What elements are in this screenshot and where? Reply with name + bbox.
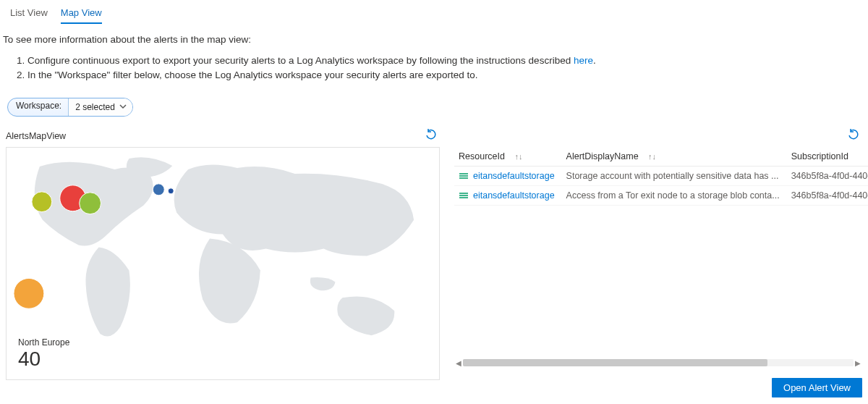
open-alert-view-button[interactable]: Open Alert View (772, 378, 862, 397)
table-undo-button[interactable] (845, 129, 862, 143)
alerts-table: ResourceId ↑↓ AlertDisplayName ↑↓ Subscr… (454, 147, 868, 206)
header-resourceid[interactable]: ResourceId ↑↓ (454, 147, 562, 167)
map-svg (7, 148, 439, 380)
bubble-north-europe[interactable] (153, 184, 164, 195)
svg-rect-5 (459, 197, 468, 198)
workspace-filter-value: 2 selected (69, 98, 132, 116)
table-header-row: ResourceId ↑↓ AlertDisplayName ↑↓ Subscr… (454, 147, 868, 167)
filter-row: Workspace: 2 selected (0, 88, 868, 121)
header-subscriptionid-label: SubscriptionId (791, 151, 848, 161)
step-1-text-a: 1. Configure continuous export to export… (17, 55, 574, 66)
svg-rect-3 (459, 193, 468, 194)
alerts-table-panel: ResourceId ↑↓ AlertDisplayName ↑↓ Subscr… (454, 128, 862, 397)
workspace-filter-label: Workspace: (8, 98, 69, 116)
step-1-text-b: . (593, 55, 596, 66)
scroll-right-icon[interactable]: ▶ (854, 359, 862, 367)
scroll-track[interactable] (463, 359, 854, 366)
header-alertdisplayname[interactable]: AlertDisplayName ↑↓ (562, 147, 787, 167)
instruction-steps: 1. Configure continuous export to export… (0, 49, 868, 88)
workspace-filter[interactable]: Workspace: 2 selected (7, 98, 133, 117)
chevron-down-icon (119, 102, 127, 112)
bubble-west-europe[interactable] (168, 188, 174, 194)
bubble-highlight[interactable] (14, 279, 44, 309)
table-row[interactable]: eitansdefaultstorage Storage account wit… (454, 167, 868, 186)
resource-link[interactable]: eitansdefaultstorage (473, 171, 555, 181)
view-tabs: List View Map View (0, 0, 868, 24)
tab-map-view[interactable]: Map View (61, 6, 102, 24)
intro-text: To see more information about the alerts… (0, 24, 868, 49)
header-resourceid-label: ResourceId (459, 151, 505, 161)
subscription-id: 346b5f8a-4f0d-440e-8a45-0c0b5 (787, 167, 868, 186)
header-subscriptionid[interactable]: SubscriptionId (787, 147, 868, 167)
table-row[interactable]: eitansdefaultstorage Access from a Tor e… (454, 186, 868, 206)
storage-icon (459, 171, 469, 181)
scroll-left-icon[interactable]: ◀ (454, 359, 463, 367)
workspace-filter-value-text: 2 selected (75, 102, 115, 112)
storage-icon (459, 190, 469, 201)
undo-button[interactable] (422, 129, 440, 143)
alert-display-name: Access from a Tor exit node to a storage… (562, 186, 787, 206)
header-alertdisplayname-label: AlertDisplayName (566, 151, 639, 161)
world-map[interactable]: North Europe 40 (6, 147, 440, 380)
tab-list-view[interactable]: List View (10, 6, 48, 24)
map-panel: AlertsMapView (6, 128, 440, 380)
svg-rect-0 (459, 173, 468, 174)
scroll-thumb[interactable] (463, 359, 767, 366)
step-2: 2. In the "Workspace" filter below, choo… (17, 68, 865, 83)
region-name: North Europe (18, 337, 69, 348)
bubble-west-us[interactable] (32, 192, 52, 212)
alert-display-name: Storage account with potentially sensiti… (562, 167, 787, 186)
sort-icon[interactable]: ↑↓ (648, 152, 656, 161)
map-region-summary: North Europe 40 (18, 337, 69, 371)
subscription-id: 346b5f8a-4f0d-440e-8a45-0c0b5 (787, 186, 868, 206)
resource-link[interactable]: eitansdefaultstorage (473, 190, 555, 201)
svg-rect-1 (459, 175, 468, 177)
region-count: 40 (18, 348, 69, 371)
sort-icon[interactable]: ↑↓ (514, 152, 522, 161)
step-1: 1. Configure continuous export to export… (17, 54, 865, 68)
svg-rect-4 (459, 195, 468, 196)
horizontal-scrollbar[interactable]: ◀ ▶ (454, 358, 862, 368)
svg-rect-2 (459, 177, 468, 179)
instructions-link[interactable]: here (574, 55, 593, 66)
bubble-east-us[interactable] (80, 193, 101, 214)
map-panel-title: AlertsMapView (6, 131, 66, 141)
